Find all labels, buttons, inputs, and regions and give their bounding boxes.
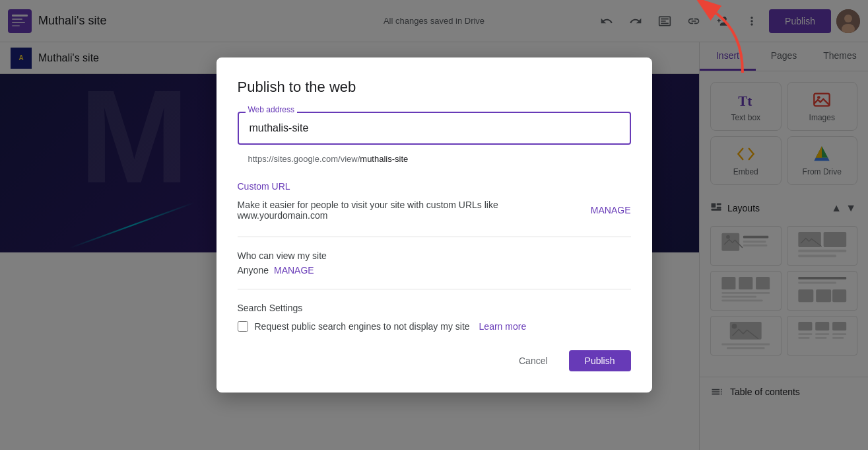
- manage-who-link[interactable]: MANAGE: [274, 265, 314, 276]
- publish-modal-button[interactable]: Publish: [569, 350, 631, 371]
- url-base: https://sites.google.com/view/: [248, 154, 360, 164]
- custom-url-desc: Make it easier for people to visit your …: [238, 200, 631, 221]
- cancel-button[interactable]: Cancel: [506, 350, 561, 371]
- modal-divider: [238, 237, 631, 237]
- web-address-group: Web address: [238, 112, 631, 145]
- custom-url-link[interactable]: Custom URL: [238, 181, 631, 192]
- url-suffix: muthalis-site: [360, 154, 408, 164]
- search-settings-title: Search Settings: [238, 303, 631, 313]
- url-preview: https://sites.google.com/view/muthalis-s…: [238, 150, 631, 168]
- modal-overlay[interactable]: Publish to the web Web address https://s…: [0, 0, 868, 450]
- modal-divider-2: [238, 289, 631, 289]
- modal-actions: Cancel Publish: [238, 350, 631, 371]
- who-can-view-value: Anyone MANAGE: [238, 265, 631, 276]
- web-address-input[interactable]: [238, 112, 631, 145]
- learn-more-link[interactable]: Learn more: [479, 321, 527, 332]
- modal-title: Publish to the web: [238, 79, 631, 96]
- publish-modal: Publish to the web Web address https://s…: [217, 57, 652, 393]
- search-checkbox[interactable]: [238, 321, 248, 332]
- manage-custom-url-link[interactable]: MANAGE: [591, 205, 631, 215]
- search-checkbox-label: Request public search engines to not dis…: [255, 321, 470, 332]
- web-address-label: Web address: [246, 105, 297, 114]
- who-can-view-section: Who can view my site Anyone MANAGE: [238, 250, 631, 276]
- who-can-view-label: Who can view my site: [238, 250, 631, 261]
- search-checkbox-row: Request public search engines to not dis…: [238, 321, 631, 332]
